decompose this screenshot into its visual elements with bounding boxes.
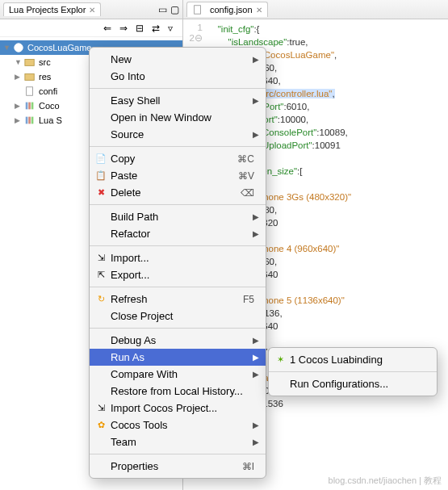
tree-label: Lua S (39, 115, 62, 125)
refresh-icon: ↻ (94, 293, 107, 306)
ctx-source[interactable]: Source▶ (90, 126, 266, 143)
ctx-new[interactable]: New▶ (90, 51, 266, 68)
file-icon (24, 86, 36, 97)
svg-rect-1 (25, 60, 34, 66)
chevron-down-icon[interactable]: ▼ (3, 44, 13, 52)
svg-rect-2 (25, 74, 34, 81)
close-icon[interactable]: ✕ (89, 6, 95, 15)
separator (90, 204, 266, 205)
gear-icon: ✿ (94, 419, 107, 432)
separator (90, 454, 266, 454)
ctx-delete[interactable]: ✖Delete⌫ (90, 184, 266, 201)
run-icon: ✶ (274, 354, 287, 366)
export-icon: ⇱ (94, 269, 107, 282)
separator (90, 245, 266, 246)
separator (90, 287, 266, 287)
chevron-right-icon[interactable]: ▶ (15, 116, 24, 124)
ctx-debug-as[interactable]: Debug As▶ (90, 332, 266, 349)
line-number: 1 (183, 23, 203, 32)
chevron-right-icon: ▶ (253, 336, 259, 345)
separator (269, 371, 437, 372)
ctx-open-new-window[interactable]: Open in New Window (90, 109, 266, 126)
tree-label: Coco (39, 101, 60, 111)
forward-icon[interactable]: ⇒ (119, 23, 131, 34)
ctx-import-cocos[interactable]: ⇲Import Cocos Project... (90, 400, 266, 417)
editor-header: config.json ✕ (183, 0, 448, 19)
svg-point-0 (15, 44, 23, 52)
chevron-right-icon: ▶ (253, 212, 259, 221)
menu-icon[interactable]: ▿ (168, 23, 179, 34)
svg-rect-9 (31, 117, 34, 124)
back-icon[interactable]: ⇐ (103, 23, 115, 34)
chevron-right-icon[interactable]: ▶ (15, 73, 24, 81)
svg-rect-10 (195, 6, 201, 15)
separator (90, 146, 266, 147)
chevron-right-icon: ▶ (253, 438, 259, 446)
library-icon (24, 100, 36, 111)
copy-icon: 📄 (94, 153, 107, 165)
maximize-icon[interactable]: ▢ (170, 4, 179, 15)
tree-label: res (39, 72, 51, 82)
ctx-go-into[interactable]: Go Into (90, 68, 266, 85)
project-icon (13, 42, 24, 53)
minimize-icon[interactable]: ▭ (158, 4, 167, 15)
watermark: blog.csdn.net/jiaochen | 教程 (329, 475, 442, 487)
chevron-right-icon: ▶ (253, 96, 259, 105)
ctx-restore[interactable]: Restore from Local History... (90, 383, 266, 400)
ctx-export[interactable]: ⇱Export... (90, 266, 266, 283)
close-icon[interactable]: ✕ (256, 6, 262, 15)
line-number: 2⊖ (183, 32, 203, 44)
file-icon (192, 4, 203, 15)
delete-icon: ✖ (94, 186, 107, 199)
chevron-right-icon: ▶ (253, 370, 259, 379)
chevron-right-icon: ▶ (253, 353, 259, 362)
library-icon (24, 115, 36, 126)
context-menu: New▶ Go Into Easy Shell▶ Open in New Win… (89, 47, 266, 479)
ctx-easy-shell[interactable]: Easy Shell▶ (90, 92, 266, 109)
import-icon: ⇲ (94, 252, 107, 265)
chevron-right-icon: ▶ (253, 421, 259, 429)
ctx-run-as[interactable]: Run As▶ (90, 349, 266, 366)
svg-rect-5 (28, 103, 31, 110)
ctx-team[interactable]: Team▶ (90, 433, 266, 450)
explorer-toolbar: ⇐ ⇒ ⊟ ⇄ ▿ (0, 19, 182, 37)
submenu-cocos-luabinding[interactable]: ✶1 Cocos Luabinding (269, 351, 437, 368)
chevron-right-icon[interactable]: ▶ (15, 102, 24, 110)
chevron-right-icon: ▶ (253, 55, 259, 64)
run-as-submenu: ✶1 Cocos Luabinding Run Configurations..… (268, 347, 438, 396)
tree-label: src (39, 57, 51, 67)
chevron-down-icon[interactable]: ▼ (15, 58, 24, 66)
editor-tab-title: config.json (210, 5, 253, 15)
explorer-header: Lua Projects Explor ✕ ▭ ▢ (0, 0, 182, 19)
svg-rect-3 (27, 87, 33, 96)
ctx-refresh[interactable]: ↻RefreshF5 (90, 291, 266, 308)
import-icon: ⇲ (94, 402, 107, 415)
separator (90, 328, 266, 329)
explorer-tab[interactable]: Lua Projects Explor ✕ (3, 2, 101, 16)
svg-rect-6 (31, 103, 34, 110)
svg-rect-8 (28, 117, 31, 124)
separator (90, 88, 266, 89)
ctx-refactor[interactable]: Refactor▶ (90, 225, 266, 242)
ctx-copy[interactable]: 📄Copy⌘C (90, 150, 266, 167)
collapse-icon[interactable]: ⊟ (136, 23, 147, 34)
tree-label: CocosLuaGame (27, 43, 92, 52)
ctx-cocos-tools[interactable]: ✿Cocos Tools▶ (90, 417, 266, 433)
chevron-right-icon: ▶ (253, 229, 259, 238)
ctx-import[interactable]: ⇲Import... (90, 249, 266, 266)
tree-label: confi (39, 86, 57, 96)
folder-icon (24, 57, 36, 68)
ctx-properties[interactable]: Properties⌘I (90, 458, 266, 475)
editor-tab[interactable]: config.json ✕ (186, 2, 268, 17)
paste-icon: 📋 (94, 170, 107, 182)
ctx-build-path[interactable]: Build Path▶ (90, 208, 266, 225)
ctx-close-project[interactable]: Close Project (90, 308, 266, 325)
link-icon[interactable]: ⇄ (152, 23, 163, 34)
ctx-paste[interactable]: 📋Paste⌘V (90, 167, 266, 184)
svg-rect-4 (26, 103, 28, 110)
chevron-right-icon: ▶ (253, 130, 259, 139)
explorer-tab-title: Lua Projects Explor (9, 5, 86, 15)
ctx-compare-with[interactable]: Compare With▶ (90, 366, 266, 383)
submenu-run-configurations[interactable]: Run Configurations... (269, 375, 437, 392)
svg-rect-7 (26, 117, 28, 124)
